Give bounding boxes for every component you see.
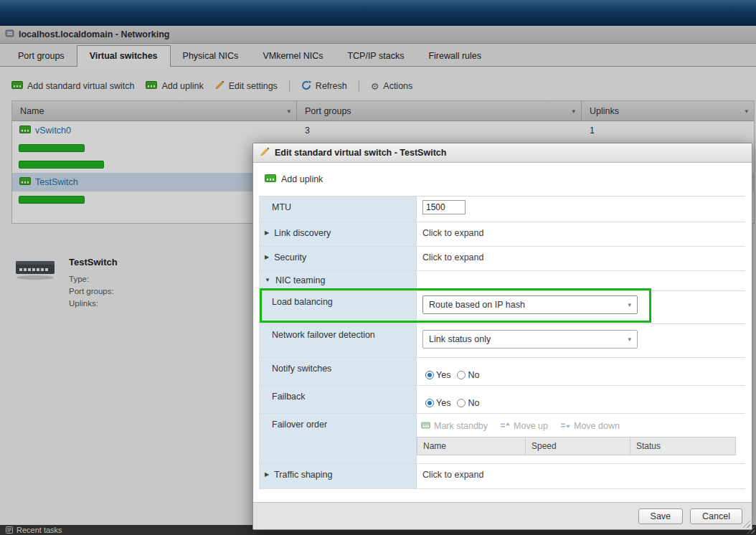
traffic-shaping-expander[interactable]: ▶Traffic shaping	[259, 464, 417, 488]
form-row-traffic-shaping: ▶Traffic shaping Click to expand	[259, 464, 745, 489]
move-down-icon	[561, 421, 570, 431]
notify-switches-label: Notify switches	[259, 358, 417, 385]
form-row-failover-order: Failover order Mark standby Move up	[259, 414, 745, 464]
form-row-notify-switches: Notify switches Yes No	[259, 358, 745, 386]
failover-order-table: Name Speed Status	[417, 437, 736, 455]
notify-switches-no-radio[interactable]: No	[457, 370, 479, 380]
collapsed-arrow-icon: ▶	[265, 252, 269, 260]
failover-column-status[interactable]: Status	[630, 437, 736, 455]
traffic-shaping-expand-text[interactable]: Click to expand	[417, 464, 483, 480]
form-row-load-balancing: Load balancing Route based on IP hash ▾	[259, 291, 745, 324]
form-row-security: ▶Security Click to expand	[259, 247, 745, 271]
pencil-icon	[260, 147, 270, 158]
radio-unselected-icon	[457, 399, 466, 407]
form-row-failback: Failback Yes No	[259, 386, 745, 414]
security-expand-text[interactable]: Click to expand	[417, 247, 483, 262]
move-down-button[interactable]: Move down	[561, 421, 620, 431]
failover-column-name[interactable]: Name	[417, 437, 526, 455]
dialog-title: Edit standard virtual switch - TestSwitc…	[275, 148, 446, 158]
link-discovery-expand-text[interactable]: Click to expand	[417, 222, 483, 238]
failover-order-label: Failover order	[259, 414, 417, 463]
move-up-button[interactable]: Move up	[501, 421, 548, 431]
form-row-nic-teaming: ▼NIC teaming	[259, 271, 745, 291]
failover-order-toolbar: Mark standby Move up Move down	[421, 421, 745, 431]
failover-detection-selected-value: Link status only	[429, 334, 491, 344]
link-discovery-expander[interactable]: ▶Link discovery	[259, 222, 417, 246]
mark-standby-button[interactable]: Mark standby	[421, 421, 488, 431]
mark-standby-icon	[421, 421, 430, 431]
dialog-form: MTU ▶Link discovery Click to expand ▶Sec…	[259, 196, 745, 489]
failback-label: Failback	[259, 386, 417, 413]
save-button[interactable]: Save	[638, 508, 684, 524]
form-row-failover-detection: Network failover detection Link status o…	[259, 324, 745, 358]
load-balancing-select[interactable]: Route based on IP hash ▾	[422, 295, 638, 314]
screen: localhost.localdomain - Networking Port …	[0, 0, 756, 535]
failover-detection-label: Network failover detection	[259, 324, 417, 357]
expanded-arrow-icon: ▼	[265, 275, 270, 283]
dialog-titlebar: Edit standard virtual switch - TestSwitc…	[253, 143, 752, 163]
form-row-mtu: MTU	[259, 197, 745, 222]
nic-teaming-expander[interactable]: ▼NIC teaming	[259, 271, 417, 290]
uplink-add-icon	[265, 174, 276, 184]
edit-virtual-switch-dialog: Edit standard virtual switch - TestSwitc…	[252, 143, 752, 530]
form-row-link-discovery: ▶Link discovery Click to expand	[259, 222, 745, 247]
collapsed-arrow-icon: ▶	[265, 228, 269, 236]
radio-selected-icon	[425, 371, 434, 379]
failback-no-radio[interactable]: No	[457, 398, 479, 408]
radio-unselected-icon	[457, 371, 466, 379]
cancel-button[interactable]: Cancel	[690, 508, 742, 524]
failover-detection-select[interactable]: Link status only ▾	[422, 330, 638, 349]
notify-switches-yes-radio[interactable]: Yes	[425, 370, 450, 380]
radio-selected-icon	[425, 399, 434, 407]
dialog-footer: Save Cancel	[253, 502, 752, 529]
chevron-down-icon: ▾	[628, 336, 631, 343]
failback-yes-radio[interactable]: Yes	[425, 398, 450, 408]
dialog-add-uplink-label: Add uplink	[281, 174, 323, 184]
chevron-down-icon: ▾	[628, 301, 631, 308]
security-expander[interactable]: ▶Security	[259, 247, 417, 270]
load-balancing-selected-value: Route based on IP hash	[429, 300, 525, 310]
load-balancing-label: Load balancing	[259, 291, 417, 323]
dialog-add-uplink-button[interactable]: Add uplink	[253, 163, 752, 196]
failover-column-speed[interactable]: Speed	[526, 437, 630, 455]
mtu-label: MTU	[259, 197, 417, 222]
mtu-input[interactable]	[422, 200, 466, 214]
collapsed-arrow-icon: ▶	[265, 470, 269, 478]
move-up-icon	[501, 421, 510, 431]
